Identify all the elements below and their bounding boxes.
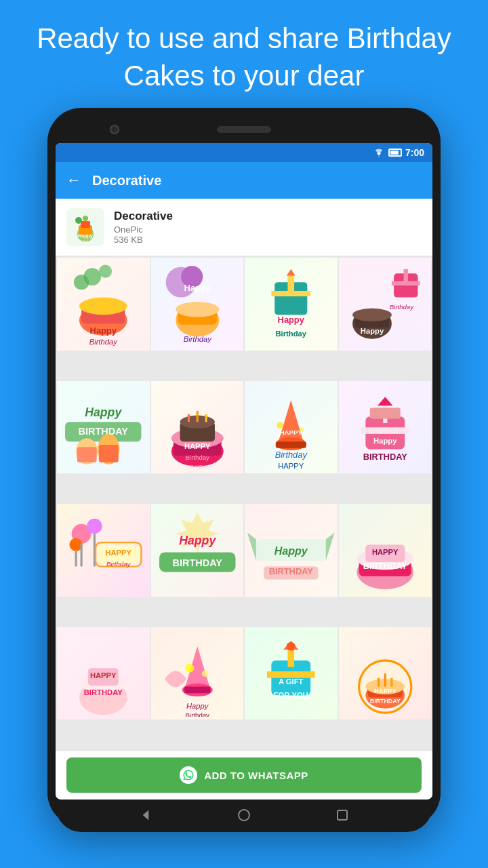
back-button[interactable]: ← [66, 172, 81, 189]
svg-rect-24 [287, 273, 294, 293]
sticker-12[interactable]: HAPPY BIRTHDAY [339, 504, 432, 597]
svg-text:Happy: Happy [184, 283, 211, 293]
sticker-5[interactable]: BIRTHDAY Happy [57, 381, 150, 474]
sticker-4[interactable]: Happy Birthday [339, 258, 432, 351]
svg-marker-25 [287, 269, 296, 276]
svg-point-19 [176, 302, 219, 317]
phone-mockup: 7:00 ← Decorative Happy [47, 108, 441, 868]
svg-text:Happy: Happy [373, 437, 397, 445]
svg-text:HAPPY: HAPPY [184, 442, 210, 450]
svg-point-8 [99, 265, 112, 278]
sticker-2[interactable]: Happy Birthday [151, 258, 244, 351]
status-time: 7:00 [405, 147, 424, 158]
svg-text:BIRTHDAY: BIRTHDAY [363, 561, 407, 571]
svg-text:TO YOU!: TO YOU! [186, 464, 208, 470]
svg-rect-41 [77, 447, 97, 462]
sticker-6[interactable]: HAPPY Birthday TO YOU! [151, 381, 244, 474]
sticker-1[interactable]: Happy Birthday [57, 258, 150, 351]
svg-rect-109 [267, 671, 315, 678]
svg-text:Birthday: Birthday [185, 454, 209, 461]
svg-text:HAPPY: HAPPY [105, 549, 131, 557]
svg-marker-85 [326, 533, 335, 561]
recent-nav-button[interactable] [334, 807, 350, 823]
svg-point-33 [352, 309, 392, 321]
svg-rect-103 [184, 686, 210, 693]
sticker-pack-info: Happy Birthday Decorative OnePic 536 KB [56, 199, 432, 256]
home-nav-button[interactable] [236, 807, 252, 823]
svg-text:BIRTHDAY: BIRTHDAY [363, 452, 407, 462]
sticker-14[interactable]: Happy Birthday [151, 627, 244, 720]
app-bar-title: Decorative [92, 173, 161, 189]
svg-rect-63 [361, 427, 409, 434]
sticker-15[interactable]: A GIFT FOR YOU [245, 627, 338, 720]
svg-marker-65 [378, 397, 392, 406]
svg-text:Birthday: Birthday [106, 561, 131, 568]
svg-point-70 [87, 519, 102, 534]
svg-text:Happy: Happy [85, 406, 122, 419]
app-bar: ← Decorative [56, 162, 432, 199]
svg-text:Birthday: Birthday [275, 450, 308, 460]
svg-text:Happy: Happy [90, 326, 117, 336]
status-bar: 7:00 [56, 143, 432, 162]
svg-rect-127 [338, 810, 347, 820]
svg-text:HAPPY: HAPPY [373, 687, 396, 694]
sticker-8[interactable]: Happy BIRTHDAY [339, 381, 432, 474]
svg-text:BIRTHDAY: BIRTHDAY [84, 688, 123, 696]
phone-bottom-nav [56, 798, 432, 832]
svg-text:Happy: Happy [179, 534, 216, 547]
svg-rect-66 [369, 408, 400, 418]
whatsapp-logo [180, 766, 197, 784]
svg-text:HAPPY: HAPPY [371, 548, 398, 556]
sticker-10[interactable]: Happy BIRTHDAY [151, 504, 244, 597]
add-to-whatsapp-button[interactable]: ADD TO WHATSAPP [66, 757, 422, 793]
svg-text:Birthday: Birthday [275, 330, 306, 338]
battery-icon [388, 149, 402, 157]
stickers-grid: Happy Birthday Happy [56, 256, 432, 750]
svg-rect-30 [403, 269, 407, 284]
add-button-container: ADD TO WHATSAPP [56, 750, 432, 800]
svg-point-112 [287, 642, 296, 650]
svg-rect-88 [264, 567, 318, 580]
sticker-9[interactable]: HAPPY Birthday [57, 504, 150, 597]
svg-rect-56 [276, 441, 306, 448]
svg-rect-2 [81, 221, 90, 228]
phone-outer: 7:00 ← Decorative Happy [47, 108, 441, 827]
svg-text:BIRTHDAY: BIRTHDAY [172, 558, 222, 569]
svg-point-9 [74, 275, 89, 290]
svg-text:Happy: Happy [274, 545, 308, 557]
svg-marker-84 [247, 533, 256, 561]
svg-text:Birthday: Birthday [183, 336, 212, 344]
hero-text: Ready to use and share Birthday Cakes to… [0, 0, 488, 108]
svg-marker-54 [278, 400, 304, 443]
svg-point-3 [75, 217, 82, 224]
svg-text:Birthday: Birthday [79, 239, 92, 243]
sticker-16[interactable]: HAPPY BIRTHDAY [339, 627, 432, 720]
status-icons: 7:00 [373, 147, 424, 158]
pack-name: Decorative [114, 210, 173, 223]
svg-text:BIRTHDAY: BIRTHDAY [79, 426, 129, 437]
svg-text:BIRTHDAY: BIRTHDAY [369, 697, 400, 704]
svg-point-104 [185, 663, 194, 672]
camera-icon [110, 125, 119, 134]
phone-top-bar [56, 116, 432, 143]
svg-point-105 [201, 670, 208, 677]
svg-text:Happy: Happy [78, 233, 93, 239]
sticker-11[interactable]: Happy BIRTHDAY [245, 504, 338, 597]
back-nav-button[interactable] [138, 807, 154, 823]
svg-text:Happy: Happy [278, 315, 305, 325]
svg-rect-42 [99, 445, 119, 462]
phone-screen: 7:00 ← Decorative Happy [56, 143, 432, 800]
svg-text:Birthday: Birthday [389, 303, 413, 311]
svg-point-12 [79, 298, 127, 315]
pack-details: Decorative OnePic 536 KB [114, 210, 173, 245]
svg-text:Happy: Happy [360, 327, 384, 335]
pack-author: OnePic [114, 224, 173, 235]
svg-marker-125 [143, 810, 148, 820]
sticker-3[interactable]: Happy Birthday [245, 258, 338, 351]
sticker-7[interactable]: HAPPY Birthday HAPPY [245, 381, 338, 474]
sticker-13[interactable]: HAPPY BIRTHDAY [57, 627, 150, 720]
svg-text:Happy: Happy [186, 701, 209, 709]
speaker-grille [217, 126, 271, 133]
pack-icon: Happy Birthday [66, 208, 104, 246]
svg-text:HAPPY: HAPPY [90, 671, 117, 679]
